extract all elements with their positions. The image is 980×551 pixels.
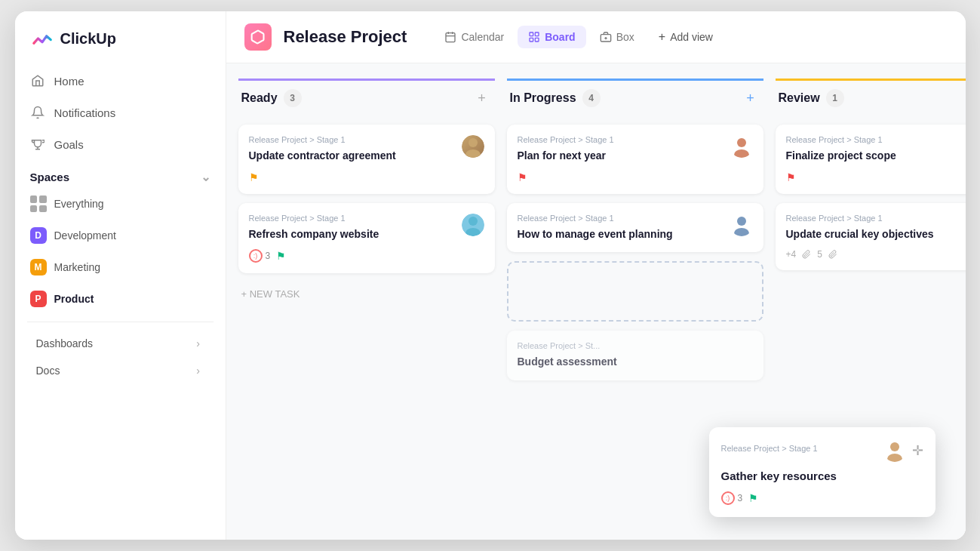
comment-count: 3 <box>738 493 743 503</box>
sidebar-item-goals[interactable]: Goals <box>21 129 220 159</box>
calendar-tab-label: Calendar <box>461 31 504 43</box>
sidebar-goals-label: Goals <box>54 138 84 151</box>
task-card[interactable]: Release Project > Stage 1 Refresh compan… <box>238 203 495 274</box>
chevron-right-icon: › <box>192 337 204 349</box>
sidebar-home-label: Home <box>54 75 84 88</box>
bell-icon <box>30 105 45 120</box>
sidebar-item-development[interactable]: D Development <box>21 220 220 251</box>
column-title-review: Review <box>779 91 820 105</box>
card-meta: Release Project > Stage 1 <box>786 135 896 144</box>
paperclip-icon <box>828 250 837 259</box>
task-card[interactable]: Release Project > St... Budget assessmen… <box>507 331 763 380</box>
chevron-right-icon: › <box>192 365 204 377</box>
card-meta: Release Project > Stage 1 <box>518 214 673 223</box>
column-count-in-progress: 4 <box>582 89 601 107</box>
move-icon[interactable]: ✛ <box>912 442 923 459</box>
sidebar-item-notifications[interactable]: Notifications <box>21 97 220 128</box>
marketing-dot: M <box>30 259 47 276</box>
svg-rect-4 <box>530 32 533 36</box>
column-header-review: Review 1 + <box>776 78 966 115</box>
card-title: Plan for next year <box>518 149 614 164</box>
tab-box[interactable]: Box <box>589 26 645 48</box>
sidebar-item-dashboards[interactable]: Dashboards › <box>21 330 220 357</box>
divider <box>27 322 214 322</box>
card-footer: ⚑ <box>249 171 484 183</box>
card-footer: ⚑ <box>518 171 753 183</box>
tab-calendar[interactable]: Calendar <box>434 26 515 48</box>
column-header-in-progress: In Progress 4 + <box>507 78 763 115</box>
docs-label: Docs <box>36 365 60 377</box>
floating-card-meta: Release Project > Stage 1 <box>721 444 818 453</box>
floating-card-header: Release Project > Stage 1 ✛ <box>721 439 923 462</box>
avatar-circle <box>462 135 484 158</box>
sidebar: ClickUp Home Notifications Goals <box>15 11 226 540</box>
sidebar-item-marketing[interactable]: M Marketing <box>21 252 220 282</box>
board-icon <box>528 31 540 43</box>
new-task-label: + NEW TASK <box>241 288 300 300</box>
board-tab-label: Board <box>545 31 575 43</box>
card-header: Release Project > Stage 1 Finalize proje… <box>786 135 966 164</box>
box-tab-label: Box <box>616 31 634 43</box>
floating-card-footer: :) 3 ⚑ <box>721 491 923 505</box>
flag-icon: ⚑ <box>518 171 527 183</box>
grid-icon <box>30 195 47 212</box>
task-card[interactable]: Release Project > Stage 1 How to manage … <box>507 203 763 253</box>
logo: ClickUp <box>15 26 226 66</box>
svg-point-12 <box>465 149 481 158</box>
card-meta: Release Project > Stage 1 <box>518 135 614 144</box>
add-task-in-progress-button[interactable]: + <box>741 88 760 108</box>
flag-icon: ⚑ <box>276 250 286 262</box>
card-title: Budget assessment <box>518 355 753 370</box>
task-card[interactable]: Release Project > Stage 1 Update contrac… <box>238 125 495 194</box>
svg-rect-0 <box>446 33 455 42</box>
sidebar-item-everything[interactable]: Everything <box>21 189 220 219</box>
svg-point-13 <box>468 217 478 226</box>
tab-board[interactable]: Board <box>518 26 585 48</box>
calendar-icon <box>444 31 456 43</box>
avatar <box>883 439 906 462</box>
smiley-icon: :) <box>249 249 263 263</box>
add-view-label: Add view <box>670 31 713 43</box>
avatar <box>462 135 484 158</box>
column-title-in-progress: In Progress <box>510 91 576 105</box>
card-title: Update contractor agreement <box>249 149 396 164</box>
avatar-circle <box>462 214 484 236</box>
sidebar-item-product[interactable]: P Product <box>21 284 220 314</box>
clickup-logo-icon <box>30 26 54 51</box>
svg-rect-7 <box>536 38 539 42</box>
card-footer: :) 3 ⚑ <box>249 249 484 263</box>
card-header: Release Project > Stage 1 How to manage … <box>518 214 753 242</box>
column-count-ready: 3 <box>284 89 302 107</box>
svg-point-18 <box>734 228 749 236</box>
app-name: ClickUp <box>60 30 116 48</box>
clip-count: 5 <box>817 249 822 260</box>
card-meta: Release Project > Stage 1 <box>786 214 966 223</box>
sidebar-item-docs[interactable]: Docs › <box>21 357 220 384</box>
task-card[interactable]: Release Project > Stage 1 Update crucial… <box>776 203 966 271</box>
svg-point-14 <box>465 228 481 236</box>
home-icon <box>30 73 45 88</box>
svg-point-16 <box>734 149 749 158</box>
new-task-button[interactable]: + NEW TASK <box>238 282 495 306</box>
product-label: Product <box>54 293 94 305</box>
view-tabs: Calendar Board Box + Add view <box>434 25 723 49</box>
card-title: Refresh company website <box>249 227 379 242</box>
task-card[interactable]: Release Project > Stage 1 Finalize proje… <box>776 125 966 194</box>
trophy-icon <box>30 137 45 152</box>
svg-point-17 <box>737 217 746 226</box>
card-header: Release Project > Stage 1 Update contrac… <box>249 135 484 164</box>
product-dot: P <box>30 291 47 307</box>
card-header: Release Project > Stage 1 Plan for next … <box>518 135 753 164</box>
card-footer: +4 5 <box>786 249 966 260</box>
development-dot: D <box>30 227 47 244</box>
top-bar: Release Project Calendar Board Box + Add… <box>226 11 966 63</box>
chevron-down-icon[interactable]: ⌄ <box>201 170 210 184</box>
project-icon <box>244 23 272 51</box>
avatar <box>462 214 484 236</box>
add-view-button[interactable]: + Add view <box>648 25 723 49</box>
add-task-ready-button[interactable]: + <box>472 88 492 108</box>
sidebar-item-home[interactable]: Home <box>21 66 220 96</box>
svg-point-21 <box>890 442 899 451</box>
task-card[interactable]: Release Project > Stage 1 Plan for next … <box>507 125 763 194</box>
marketing-label: Marketing <box>54 261 100 273</box>
